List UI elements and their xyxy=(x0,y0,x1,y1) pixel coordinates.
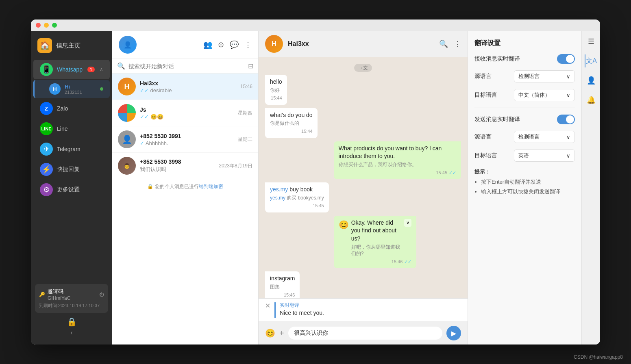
chat-item-3998[interactable]: 👨 +852 5530 3998 我们认识吗 2023年8月19日 xyxy=(112,153,258,179)
emoji-button[interactable]: 😊 xyxy=(265,328,275,338)
sidebar-item-line[interactable]: LINE Line xyxy=(33,119,110,139)
msg-hello-time: 15:44 xyxy=(270,95,282,101)
tip-1: 按下Enter自动翻译并发送 xyxy=(481,178,575,186)
receive-toggle[interactable] xyxy=(557,54,575,64)
tips-title: 提示： xyxy=(474,168,575,176)
send-button[interactable]: ▶ xyxy=(446,326,461,340)
search-bar: 🔍 ⊟ xyxy=(112,59,258,74)
3991-time: 星期二 xyxy=(238,136,252,143)
receive-target-label: 目标语言 xyxy=(474,91,497,99)
sidebar-item-telegram[interactable]: ✈ Telegram xyxy=(33,139,110,159)
message-input[interactable] xyxy=(288,327,442,340)
bell-strip-icon[interactable]: 🔔 xyxy=(585,93,598,106)
search-input[interactable] xyxy=(128,63,245,69)
sidebar-item-quickreply[interactable]: ⚡ 快捷回复 xyxy=(33,160,110,179)
app-window: 🏠 信息主页 📱 Whatsapp 1 ∧ H Hi 2132131 xyxy=(31,20,600,344)
status-icon[interactable]: ⊙ xyxy=(218,40,224,49)
new-group-icon[interactable]: 👥 xyxy=(203,40,212,49)
translate-indicator: →文 xyxy=(265,64,461,72)
tip-2: 输入框上方可以快捷关闭发送翻译 xyxy=(481,188,575,196)
js-time: 星期四 xyxy=(238,110,252,117)
send-source-label: 源语言 xyxy=(474,133,492,141)
receive-source-select[interactable]: 检测语言 ∨ xyxy=(514,70,575,82)
msg-okay-emoji: 😊 xyxy=(339,219,349,230)
maximize-button[interactable] xyxy=(52,23,57,28)
sidebar-item-more-settings[interactable]: ⚙ 更多设置 xyxy=(33,180,110,199)
e2e-notice: 🔒 您的个人消息已进行端到端加密 xyxy=(112,179,258,194)
sidebar-item-whatsapp[interactable]: 📱 Whatsapp 1 ∧ xyxy=(33,60,110,79)
user-strip-icon[interactable]: 👤 xyxy=(585,74,598,87)
e2e-link[interactable]: 端到端加密 xyxy=(199,184,223,189)
receive-source-row: 源语言 检测语言 ∨ xyxy=(474,70,575,82)
msg-instagram-translation: 图集 xyxy=(270,284,295,290)
chat-header-avatar: H xyxy=(265,35,283,53)
zalo-label: Zalo xyxy=(57,105,68,112)
chat-header-name: Hai3xx xyxy=(288,40,309,48)
close-button[interactable] xyxy=(36,23,41,28)
3991-avatar: 👤 xyxy=(118,130,136,148)
profile-avatar[interactable]: 👤 xyxy=(119,36,137,54)
send-target-value: 英语 xyxy=(518,152,529,159)
lock-icon: 🔒 xyxy=(35,317,108,327)
js-info: Js ✓✓ 😊😀 xyxy=(140,106,234,120)
collapse-button[interactable]: ‹ xyxy=(35,329,108,336)
main-content: 🏠 信息主页 📱 Whatsapp 1 ∧ H Hi 2132131 xyxy=(31,31,600,344)
3991-info: +852 5530 3991 ✓ Ahhhhhh. xyxy=(140,133,234,146)
chat-item-js[interactable]: Js ✓✓ 😊😀 星期四 xyxy=(112,100,258,126)
attach-button[interactable]: + xyxy=(279,329,284,338)
invite-code-title: 邀请码 xyxy=(48,288,70,295)
chat-item-hai3xx[interactable]: H Hai3xx ✓✓ desirable 15:46 xyxy=(112,74,258,100)
sidebar-home[interactable]: 🏠 信息主页 xyxy=(31,35,112,59)
sidebar: 🏠 信息主页 📱 Whatsapp 1 ∧ H Hi 2132131 xyxy=(31,31,112,344)
hi-info: Hi 2132131 xyxy=(65,84,82,95)
chat-list-header: 👤 👥 ⊙ 💬 ⋮ xyxy=(112,31,258,59)
send-source-select[interactable]: 检测语言 ∨ xyxy=(514,131,575,143)
rt-close-button[interactable]: ✕ xyxy=(265,302,270,310)
power-button[interactable]: ⏻ xyxy=(99,292,104,297)
new-chat-icon[interactable]: 💬 xyxy=(230,40,239,49)
title-bar xyxy=(31,20,600,31)
msg-whatdo-text: what's do you do xyxy=(270,111,313,119)
translate-strip-icon[interactable]: 文A xyxy=(585,54,598,67)
receive-target-select[interactable]: 中文（简体） ∨ xyxy=(514,89,575,101)
key-icon: 🔑 xyxy=(39,292,45,297)
3991-name: +852 5530 3991 xyxy=(140,133,234,139)
rt-content: 实时翻译 Nice to meet you. xyxy=(280,302,461,316)
send-toggle[interactable] xyxy=(557,115,575,124)
send-source-row: 源语言 检测语言 ∨ xyxy=(474,131,575,143)
hamburger-icon[interactable]: ☰ xyxy=(585,35,598,48)
hai3xx-time: 15:46 xyxy=(240,84,252,89)
filter-icon[interactable]: ⊟ xyxy=(248,62,253,70)
sidebar-item-hi[interactable]: H Hi 2132131 xyxy=(33,80,110,98)
send-source-value: 检测语言 xyxy=(518,133,540,141)
msg-whatdo: what's do you do 你是做什么的 15:44 xyxy=(265,108,318,138)
msg-yesmy: yes.my buy book yes.my 购买 bookyes.my 15:… xyxy=(265,182,329,212)
send-target-select[interactable]: 英语 ∨ xyxy=(514,150,575,162)
minimize-button[interactable] xyxy=(44,23,49,28)
msg-okay-wrapper: 😊 Okay. Where did you find out about us?… xyxy=(334,216,461,269)
quickreply-icon: ⚡ xyxy=(40,163,53,176)
collapse-msg-btn[interactable]: ∨ xyxy=(404,219,411,227)
hai3xx-meta: 15:46 xyxy=(240,84,252,89)
search-chat-icon[interactable]: 🔍 xyxy=(439,39,448,48)
chat-header-actions: 🔍 ⋮ xyxy=(439,39,461,48)
hai3xx-avatar: H xyxy=(118,78,136,95)
input-row: 😊 + ▶ xyxy=(259,322,468,344)
msg-products-translation: 你想买什么产品，我可以介绍给你。 xyxy=(339,161,456,168)
3991-meta: 星期二 xyxy=(238,136,252,143)
chat-window: H Hai3xx 🔍 ⋮ →文 hello 你好 15:44 xyxy=(259,31,468,344)
telegram-label: Telegram xyxy=(57,146,81,152)
chat-list-actions: 👥 ⊙ 💬 ⋮ xyxy=(203,40,252,49)
receive-source-value: 检测语言 xyxy=(518,73,540,80)
tips-section: 提示： 按下Enter自动翻译并发送 输入框上方可以快捷关闭发送翻译 xyxy=(474,168,575,197)
msg-instagram: instagram 图集 15:46 xyxy=(265,271,300,298)
msg-yesmy-text: yes.my buy book xyxy=(270,186,324,194)
chat-more-icon[interactable]: ⋮ xyxy=(454,39,461,48)
3998-preview: 我们认识吗 xyxy=(140,166,215,173)
msg-instagram-time: 15:46 xyxy=(270,292,295,298)
3998-meta: 2023年8月19日 xyxy=(219,162,252,169)
chat-item-3991[interactable]: 👤 +852 5530 3991 ✓ Ahhhhhh. 星期二 xyxy=(112,126,258,153)
quickreply-label: 快捷回复 xyxy=(57,166,80,173)
more-options-icon[interactable]: ⋮ xyxy=(244,40,252,49)
sidebar-item-zalo[interactable]: Z Zalo xyxy=(33,99,110,118)
